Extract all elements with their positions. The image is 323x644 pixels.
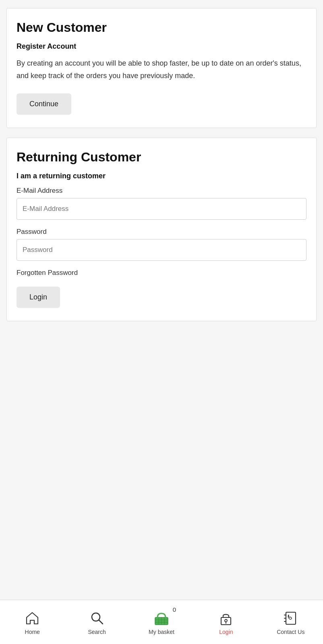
returning-customer-subtitle: I am a returning customer — [17, 172, 306, 180]
svg-line-1 — [99, 620, 103, 624]
password-label: Password — [17, 228, 306, 236]
login-button[interactable]: Login — [17, 287, 60, 308]
basket-icon: 0 — [153, 609, 170, 627]
home-icon — [23, 609, 41, 627]
search-icon — [88, 609, 106, 627]
basket-label: My basket — [149, 629, 174, 635]
nav-home[interactable]: Home — [0, 609, 64, 635]
contact-label: Contact Us — [277, 629, 304, 635]
new-customer-description: By creating an account you will be able … — [17, 57, 306, 82]
nav-search[interactable]: Search — [64, 609, 129, 635]
email-input[interactable] — [17, 198, 306, 220]
contact-icon — [282, 609, 300, 627]
forgot-password-link[interactable]: Forgotten Password — [17, 269, 306, 277]
basket-count: 0 — [173, 606, 176, 613]
email-label: E-Mail Address — [17, 187, 306, 195]
nav-login[interactable]: Login — [194, 609, 258, 635]
login-label: Login — [219, 629, 233, 635]
bottom-nav: Home Search — [0, 600, 323, 644]
continue-button[interactable]: Continue — [17, 93, 71, 115]
nav-basket[interactable]: 0 My basket — [129, 609, 194, 635]
svg-rect-11 — [286, 612, 296, 624]
new-customer-subtitle: Register Account — [17, 42, 306, 51]
search-label: Search — [88, 629, 106, 635]
returning-customer-card: Returning Customer I am a returning cust… — [6, 138, 317, 321]
login-icon — [217, 609, 235, 627]
password-input[interactable] — [17, 239, 306, 261]
email-group: E-Mail Address — [17, 187, 306, 220]
returning-customer-title: Returning Customer — [17, 149, 306, 165]
home-label: Home — [25, 629, 40, 635]
new-customer-card: New Customer Register Account By creatin… — [6, 8, 317, 128]
new-customer-title: New Customer — [17, 20, 306, 35]
password-group: Password — [17, 228, 306, 261]
svg-point-9 — [225, 619, 227, 622]
svg-point-0 — [92, 613, 100, 621]
nav-contact[interactable]: Contact Us — [259, 609, 323, 635]
